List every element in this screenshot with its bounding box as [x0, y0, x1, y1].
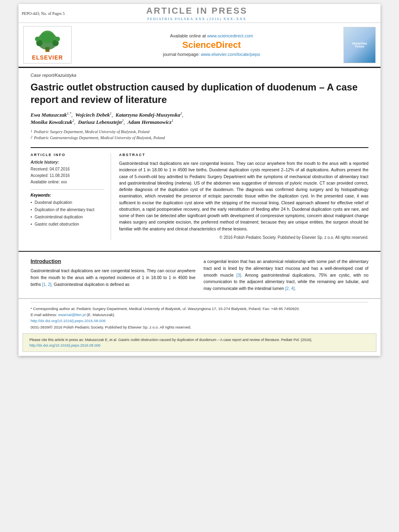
- case-report-label: Case report/Kazuistyka: [31, 73, 368, 78]
- journal-info: Available online at www.sciencedirect.co…: [80, 33, 343, 57]
- citation-text: Please cite this article in press as: Ma…: [29, 338, 312, 342]
- intro-heading: Introduction: [31, 258, 195, 264]
- keywords-label: Keywords:: [31, 193, 104, 197]
- author-5: Dariusz Lebensztejn: [78, 119, 122, 125]
- svg-point-5: [35, 37, 40, 41]
- keyword-2: Duplication of the alimentary tract: [31, 206, 104, 214]
- doi-link[interactable]: http://dx.doi.org/10.1016/j.pepo.2016.08…: [31, 318, 105, 323]
- article-in-press-title: ARTICLE IN PRESS: [65, 6, 329, 16]
- abstract-copyright: © 2016 Polish Pediatric Society. Publish…: [119, 235, 368, 240]
- journal-thumbnail: PEDIATRIAPolska: [343, 27, 376, 63]
- affil-2-num: 2: [31, 135, 33, 141]
- svg-point-2: [40, 31, 55, 43]
- elsevier-tree-icon: [31, 29, 64, 53]
- ref-1-2[interactable]: [1, 2]: [42, 282, 51, 287]
- citation-bar: Please cite this article in press as: Ma…: [23, 333, 376, 352]
- author-3-super: 2: [180, 111, 182, 115]
- author-4-super: 2: [72, 119, 74, 123]
- logo-journal-bar: ELSEVIER Available online at www.science…: [19, 23, 380, 68]
- intro-left-column: Introduction Gastrointestinal tract dupl…: [31, 258, 195, 292]
- author-4: Monika Kowalczuk: [31, 119, 72, 125]
- email-link[interactable]: ewamat@tlen.pl: [58, 312, 86, 317]
- sd-logo-science: Science: [182, 40, 216, 50]
- keyword-4: Gastric outlet obstruction: [31, 221, 104, 228]
- header-top-bar: PEPO-443; No. of Pages 5 ARTICLE IN PRES…: [19, 4, 380, 23]
- affil-2-text: Pediatric Gastroenterology Department, M…: [34, 135, 165, 141]
- main-content: Case report/Kazuistyka Gastric outlet ob…: [19, 68, 380, 244]
- history-label: Article history:: [31, 160, 104, 164]
- email-footnote: E-mail address: ewamat@tlen.pl (E. Matus…: [31, 312, 368, 318]
- abstract-column: ABSTRACT Gastrointestinal tract duplicat…: [119, 153, 368, 240]
- keyword-1: Duodenal duplication: [31, 199, 104, 206]
- doi-footnote: http://dx.doi.org/10.1016/j.pepo.2016.08…: [31, 318, 368, 324]
- article-title: Gastric outlet obstruction caused by dup…: [31, 81, 368, 106]
- article-info-heading: ARTICLE INFO: [31, 153, 104, 157]
- affil-1: 1 Pediatric Surgery Department, Medical …: [31, 129, 368, 135]
- author-1: Ewa Matuszczak: [31, 112, 67, 118]
- info-abstract-columns: ARTICLE INFO Article history: Received: …: [31, 147, 368, 240]
- email-label: E-mail address:: [31, 312, 57, 317]
- elsevier-logo: ELSEVIER: [23, 26, 72, 64]
- affil-1-num: 1: [31, 129, 33, 135]
- issn-footnote: 0031-3939/© 2016 Polish Pediatric Societ…: [31, 324, 368, 330]
- affil-1-text: Pediatric Surgery Department, Medical Un…: [34, 129, 150, 135]
- intro-left-text: Gastrointestinal tract duplications are …: [31, 267, 195, 288]
- article-info-column: ARTICLE INFO Article history: Received: …: [31, 153, 111, 240]
- author-5-super: 2: [122, 119, 124, 123]
- sd-logo-direct: Direct: [216, 40, 241, 50]
- footnotes-section: * Corresponding author at: Pediatric Sur…: [19, 298, 380, 333]
- svg-point-6: [55, 37, 60, 41]
- keyword-3: Gastrointestinal duplication: [31, 214, 104, 221]
- intro-right-text: a congenital lesion that has an anatomic…: [204, 258, 368, 292]
- intro-right-column: a congenital lesion that has an anatomic…: [204, 258, 368, 292]
- article-in-press-section: ARTICLE IN PRESS PEDIATRIA POLSKA XXX (2…: [65, 6, 329, 21]
- journal-homepage-text: journal homepage: www.elsevier.com/locat…: [80, 52, 343, 57]
- email-note: (E. Matuszczak).: [87, 312, 115, 317]
- article-id: PEPO-443; No. of Pages 5: [22, 11, 65, 16]
- journal-homepage-link[interactable]: www.elsevier.com/locate/pepo: [201, 52, 260, 57]
- citation-doi-link[interactable]: http://dx.doi.org/10.1016/j.pepo.2016.08…: [29, 343, 101, 347]
- ref-2-4[interactable]: [2, 4]: [285, 286, 294, 291]
- introduction-section: Introduction Gastrointestinal tract dupl…: [19, 258, 380, 292]
- elsevier-brand-text: ELSEVIER: [32, 54, 63, 61]
- keywords-list: Duodenal duplication Duplication of the …: [31, 199, 104, 228]
- author-3: Katarzyna Kondej-Muszynska: [115, 112, 180, 118]
- ref-3[interactable]: [3]: [237, 273, 241, 277]
- affiliations: 1 Pediatric Surgery Department, Medical …: [31, 129, 368, 141]
- abstract-text: Gastrointestinal tract duplications are …: [119, 160, 368, 232]
- abstract-heading: ABSTRACT: [119, 153, 368, 157]
- author-1-super: 1,*: [67, 111, 71, 115]
- page: PEPO-443; No. of Pages 5 ARTICLE IN PRES…: [19, 4, 380, 356]
- affil-2: 2 Pediatric Gastroenterology Department,…: [31, 135, 368, 141]
- accepted-date: Accepted: 11.08.2016: [31, 173, 104, 179]
- authors-line: Ewa Matuszczak1,*, Wojciech Debek1, Kata…: [31, 111, 368, 125]
- corresponding-footnote: * Corresponding author at: Pediatric Sur…: [31, 306, 368, 312]
- author-6-super: 1: [171, 119, 173, 123]
- author-2-super: 1: [110, 111, 112, 115]
- author-6: Adam Hermanowicz: [128, 119, 171, 125]
- available-text: Available online at www.sciencedirect.co…: [80, 33, 343, 38]
- science-direct-url-link[interactable]: www.sciencedirect.com: [207, 33, 253, 38]
- science-direct-logo: ScienceDirect: [80, 40, 343, 50]
- corresponding-note: * Corresponding author at: Pediatric Sur…: [31, 306, 300, 311]
- received-date: Received: 04.07.2016: [31, 166, 104, 173]
- article-history: Article history: Received: 04.07.2016 Ac…: [31, 160, 104, 185]
- journal-thumb-text: PEDIATRIAPolska: [352, 42, 367, 48]
- journal-subtitle: PEDIATRIA POLSKA XXX (2016) XXX–XXX: [65, 17, 329, 21]
- available-online: Available online: xxx: [31, 179, 104, 185]
- author-2: Wojciech Debek: [75, 112, 110, 118]
